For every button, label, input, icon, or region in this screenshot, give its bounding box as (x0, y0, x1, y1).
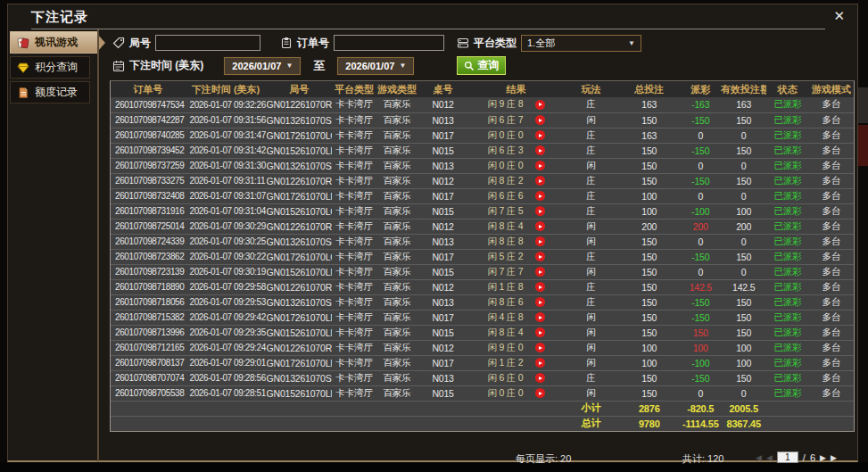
play-video-button[interactable] (535, 176, 545, 186)
cell-status: 已派彩 (766, 310, 808, 325)
cell-time: 2026-01-07 09:29:42 (186, 310, 267, 325)
cell-platform: 卡卡湾厅 (332, 264, 376, 279)
date-to-picker[interactable]: 2026/01/07 ▼ (337, 57, 414, 75)
cell-table-no: N013 (417, 294, 468, 310)
play-video-button[interactable] (535, 358, 545, 368)
play-icon (539, 392, 542, 395)
cell-mode: 多台 (808, 325, 854, 340)
cell-valid-bet: 0 (721, 234, 766, 249)
cell-game: 百家乐 (376, 173, 417, 188)
cell-status: 已派彩 (766, 355, 808, 370)
cell-payout: -150 (681, 370, 721, 385)
cell-mode: 多台 (808, 173, 854, 188)
cell-platform: 卡卡湾厅 (332, 158, 376, 173)
col-header-platform: 平台类型 (332, 81, 376, 97)
play-video-button[interactable] (535, 327, 545, 337)
cell-mode: 多台 (808, 279, 854, 294)
cell-round: GN012261070RC (267, 173, 333, 188)
cell-payout: 150 (681, 325, 721, 340)
cell-result: 闲 6 庄 7 (468, 112, 564, 128)
play-icon (539, 270, 542, 274)
cell-platform: 卡卡湾厅 (332, 279, 376, 294)
table-row: 2601070987475342026-01-07 09:32:26GN0122… (111, 97, 854, 112)
cell-payout: 0 (681, 128, 721, 143)
date-from-value: 2026/01/07 (232, 61, 281, 71)
cell-status: 已派彩 (766, 128, 808, 143)
cell-time: 2026-01-07 09:29:58 (186, 279, 267, 294)
total-valid: 8367.45 (721, 416, 766, 431)
play-video-button[interactable] (535, 373, 545, 383)
next-page-icon[interactable]: ▶ (820, 453, 826, 462)
cell-round: GN013261070S9 (267, 370, 333, 385)
play-video-button[interactable] (535, 388, 545, 398)
col-header-total-bet: 总投注 (618, 81, 680, 97)
cell-valid-bet: 100 (721, 355, 766, 370)
result-text: 闲 8 庄 8 (487, 236, 523, 248)
cell-game: 百家乐 (376, 370, 417, 385)
col-header-round: 局号 (267, 81, 333, 97)
platform-type-select[interactable]: 1.全部 ▼ (521, 35, 641, 52)
cell-platform: 卡卡湾厅 (332, 128, 376, 143)
cell-time: 2026-01-07 09:30:22 (186, 249, 267, 264)
cell-result: 闲 6 庄 0 (468, 370, 564, 385)
play-video-button[interactable] (535, 130, 545, 140)
sidebar-item-video-games[interactable]: ♥ 视讯游戏 (10, 31, 98, 54)
search-button[interactable]: 查询 (457, 56, 506, 75)
prev-page-icon[interactable]: ◀ (766, 453, 773, 462)
last-page-icon[interactable]: ▶ (831, 453, 837, 462)
play-icon (539, 210, 542, 213)
play-video-button[interactable] (535, 145, 545, 155)
cell-total-bet: 150 (618, 279, 680, 294)
cell-valid-bet: 150 (721, 310, 766, 325)
play-video-button[interactable] (535, 282, 545, 292)
cell-bet-on: 庄 (564, 249, 618, 264)
play-video-button[interactable] (535, 206, 545, 216)
play-video-button[interactable] (535, 252, 545, 261)
close-icon[interactable]: ✕ (833, 8, 845, 24)
play-video-button[interactable] (535, 312, 545, 322)
background-fragment (858, 87, 868, 123)
order-number-input[interactable] (334, 35, 444, 51)
cell-game: 百家乐 (376, 325, 417, 340)
cell-status: 已派彩 (766, 264, 808, 279)
play-video-button[interactable] (535, 100, 545, 110)
cell-platform: 卡卡湾厅 (332, 249, 376, 264)
gem-icon (17, 62, 29, 74)
cell-payout: -163 (681, 97, 721, 112)
cell-valid-bet: 150 (721, 143, 766, 158)
cell-valid-bet: 0 (721, 385, 766, 401)
sidebar-item-points-query[interactable]: 积分查询 (10, 56, 90, 79)
sidebar-item-quota-records[interactable]: 额度记录 (10, 81, 90, 104)
round-number-input[interactable] (155, 35, 260, 51)
platform-type-value: 1.全部 (527, 37, 555, 50)
result-text: 闲 8 庄 4 (487, 220, 523, 233)
play-icon (539, 286, 542, 289)
play-video-button[interactable] (535, 161, 545, 170)
cell-round: GN015261070LP (267, 143, 333, 158)
cell-status: 已派彩 (766, 249, 808, 264)
date-from-picker[interactable]: 2026/01/07 ▼ (224, 57, 301, 75)
play-video-button[interactable] (535, 115, 545, 125)
play-video-button[interactable] (535, 267, 545, 277)
cell-status: 已派彩 (766, 340, 808, 355)
platform-layers-icon (457, 37, 469, 49)
cell-status: 已派彩 (766, 294, 808, 310)
cell-total-bet: 150 (618, 370, 680, 385)
cell-result: 闲 8 庄 8 (468, 234, 564, 249)
play-video-button[interactable] (535, 191, 545, 201)
tag-icon (112, 37, 125, 49)
play-video-button[interactable] (535, 343, 545, 352)
play-video-button[interactable] (535, 236, 545, 246)
play-video-button[interactable] (535, 221, 545, 231)
cell-valid-bet: 150 (721, 325, 766, 340)
table-body: 2601070987475342026-01-07 09:32:26GN0122… (111, 97, 854, 401)
cell-total-bet: 150 (618, 173, 680, 188)
cell-round: GN017261070LO (267, 249, 333, 264)
first-page-icon[interactable]: ◀ (756, 453, 762, 462)
play-video-button[interactable] (535, 297, 545, 307)
page-number-input[interactable] (777, 451, 798, 463)
cell-order: 260107098705538 (111, 385, 186, 401)
cell-round: GN015261070LM (267, 325, 333, 340)
result-text: 闲 8 庄 2 (487, 175, 523, 187)
cell-payout: 100 (681, 340, 721, 355)
